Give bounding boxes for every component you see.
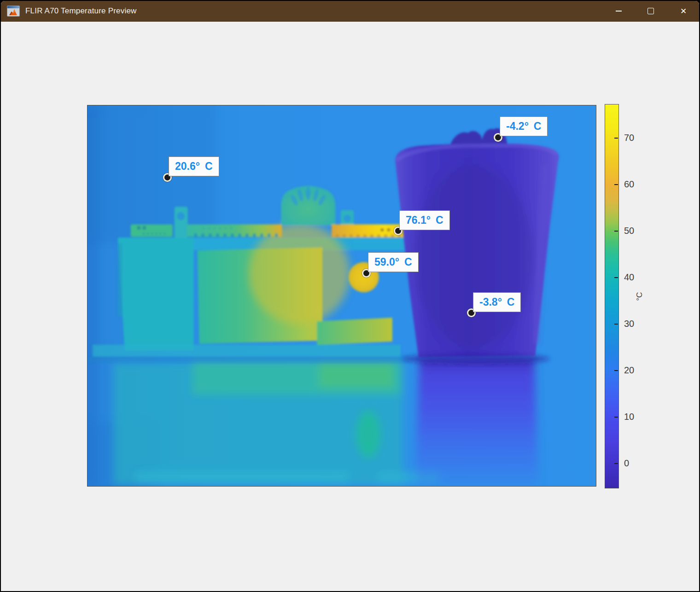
datatip-label[interactable]: 76.1° C <box>399 210 450 230</box>
colorbar-tick-label: 50 <box>624 226 642 236</box>
temperature-value: 59.0° <box>374 256 399 268</box>
temperature-value: -3.8° <box>479 296 502 308</box>
colorbar-tick <box>614 184 618 185</box>
maximize-button[interactable] <box>640 1 661 21</box>
colorbar-tick <box>614 324 618 325</box>
thermal-image[interactable]: 20.6° C -4.2° C 76.1° C 59.0° C -3.8° C <box>87 105 596 487</box>
temperature-unit: C <box>436 214 443 226</box>
colorbar-tick-label: 40 <box>624 272 642 282</box>
temperature-unit: C <box>507 296 515 308</box>
close-icon: ✕ <box>680 7 687 15</box>
close-button[interactable]: ✕ <box>673 1 694 21</box>
colorbar-tick <box>614 417 618 418</box>
icon-titlestrip <box>7 6 19 8</box>
maximize-icon <box>648 8 654 14</box>
colorbar-tick-label: 20 <box>624 365 642 375</box>
colorbar-tick <box>614 231 618 232</box>
colorbar-tick-label: 60 <box>624 179 642 189</box>
figure-window: FLIR A70 Temperature Preview ✕ <box>0 0 700 592</box>
colorbar-tick <box>614 463 618 464</box>
datatip-label[interactable]: -3.8° C <box>473 292 521 312</box>
figure-canvas: 20.6° C -4.2° C 76.1° C 59.0° C -3.8° C <box>1 22 699 592</box>
colorbar-tick <box>614 277 618 278</box>
datatip-label[interactable]: 59.0° C <box>368 252 419 272</box>
temperature-unit: C <box>205 160 213 173</box>
titlebar[interactable]: FLIR A70 Temperature Preview ✕ <box>1 1 699 22</box>
colorbar: 70 60 50 40 30 20 10 0 °C <box>605 104 619 488</box>
temperature-unit: C <box>534 120 542 133</box>
temperature-value: 76.1° <box>406 214 431 226</box>
window-title: FLIR A70 Temperature Preview <box>25 6 137 16</box>
datatip-label[interactable]: -4.2° C <box>500 116 548 136</box>
minimize-button[interactable] <box>608 1 629 21</box>
minimize-icon <box>616 11 622 12</box>
matlab-figure-icon <box>7 6 20 17</box>
colorbar-tick <box>614 370 618 371</box>
datatip-label[interactable]: 20.6° C <box>169 157 219 176</box>
temperature-value: -4.2° <box>506 120 529 133</box>
colorbar-tick <box>614 138 618 139</box>
colorbar-tick-label: 70 <box>624 133 642 143</box>
colorbar-tick-label: 30 <box>624 319 642 329</box>
temperature-unit: C <box>404 256 412 268</box>
colorbar-unit-label: °C <box>635 287 644 306</box>
matlab-logo-icon <box>9 9 18 15</box>
temperature-value: 20.6° <box>175 160 200 173</box>
colorbar-tick-label: 0 <box>624 458 642 468</box>
colorbar-tick-label: 10 <box>624 412 642 422</box>
